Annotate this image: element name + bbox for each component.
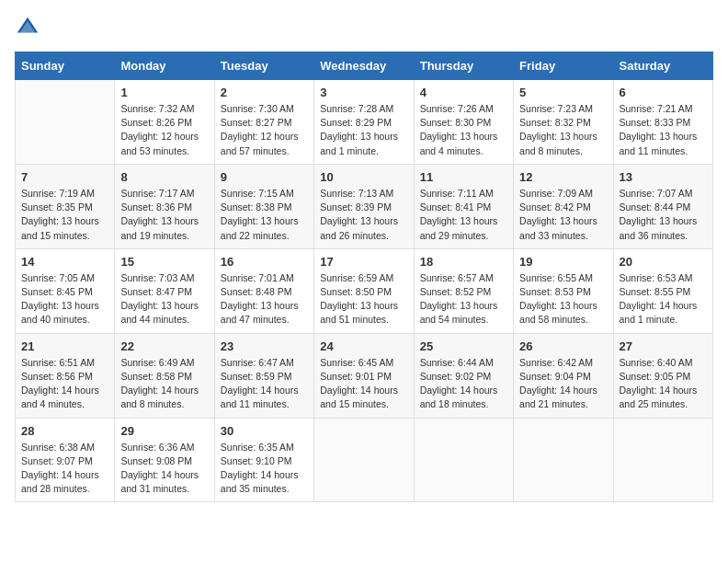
day-number: 12 <box>519 170 607 184</box>
day-info: Sunrise: 7:05 AM Sunset: 8:45 PM Dayligh… <box>21 271 108 327</box>
day-info: Sunrise: 6:59 AM Sunset: 8:50 PM Dayligh… <box>320 271 407 327</box>
day-number: 1 <box>120 86 208 99</box>
logo-icon <box>15 15 40 40</box>
calendar-cell: 30Sunrise: 6:35 AM Sunset: 9:10 PM Dayli… <box>214 418 313 502</box>
day-number: 30 <box>221 424 308 438</box>
calendar-week-row: 1Sunrise: 7:32 AM Sunset: 8:26 PM Daylig… <box>16 80 713 165</box>
day-number: 13 <box>620 170 707 184</box>
day-number: 26 <box>519 339 607 353</box>
calendar-cell: 5Sunrise: 7:23 AM Sunset: 8:32 PM Daylig… <box>514 80 613 165</box>
calendar-cell: 9Sunrise: 7:15 AM Sunset: 8:38 PM Daylig… <box>214 164 313 248</box>
day-number: 23 <box>221 339 308 353</box>
calendar-cell <box>314 418 414 502</box>
calendar-week-row: 7Sunrise: 7:19 AM Sunset: 8:35 PM Daylig… <box>16 164 713 248</box>
day-info: Sunrise: 7:01 AM Sunset: 8:48 PM Dayligh… <box>221 271 308 327</box>
day-number: 7 <box>21 170 108 184</box>
calendar-cell <box>414 418 513 502</box>
calendar-cell: 7Sunrise: 7:19 AM Sunset: 8:35 PM Daylig… <box>16 164 115 248</box>
day-info: Sunrise: 6:44 AM Sunset: 9:02 PM Dayligh… <box>420 356 507 412</box>
day-number: 3 <box>320 86 407 99</box>
day-number: 15 <box>120 255 208 269</box>
calendar-cell: 23Sunrise: 6:47 AM Sunset: 8:59 PM Dayli… <box>214 333 313 418</box>
day-number: 22 <box>120 339 208 353</box>
day-info: Sunrise: 7:23 AM Sunset: 8:32 PM Dayligh… <box>519 102 607 158</box>
calendar-cell <box>613 418 712 502</box>
day-info: Sunrise: 7:19 AM Sunset: 8:35 PM Dayligh… <box>21 187 108 243</box>
day-number: 19 <box>519 255 607 269</box>
page-header <box>15 15 713 40</box>
day-number: 16 <box>221 255 308 269</box>
calendar-cell <box>16 80 115 165</box>
day-info: Sunrise: 6:40 AM Sunset: 9:05 PM Dayligh… <box>620 356 707 412</box>
weekday-header-sunday: Sunday <box>16 52 115 80</box>
weekday-header-monday: Monday <box>115 52 214 80</box>
calendar-cell: 25Sunrise: 6:44 AM Sunset: 9:02 PM Dayli… <box>414 333 513 418</box>
day-info: Sunrise: 6:35 AM Sunset: 9:10 PM Dayligh… <box>221 441 308 497</box>
day-info: Sunrise: 7:09 AM Sunset: 8:42 PM Dayligh… <box>519 187 607 243</box>
calendar-cell: 10Sunrise: 7:13 AM Sunset: 8:39 PM Dayli… <box>314 164 414 248</box>
calendar-cell <box>514 418 613 502</box>
day-number: 11 <box>420 170 507 184</box>
day-info: Sunrise: 7:26 AM Sunset: 8:30 PM Dayligh… <box>420 102 507 158</box>
day-info: Sunrise: 7:03 AM Sunset: 8:47 PM Dayligh… <box>120 271 208 327</box>
day-number: 18 <box>420 255 507 269</box>
calendar-cell: 26Sunrise: 6:42 AM Sunset: 9:04 PM Dayli… <box>514 333 613 418</box>
calendar-cell: 1Sunrise: 7:32 AM Sunset: 8:26 PM Daylig… <box>115 80 214 165</box>
day-number: 6 <box>620 86 707 99</box>
weekday-header-saturday: Saturday <box>613 52 712 80</box>
day-info: Sunrise: 7:17 AM Sunset: 8:36 PM Dayligh… <box>120 187 208 243</box>
calendar-cell: 12Sunrise: 7:09 AM Sunset: 8:42 PM Dayli… <box>514 164 613 248</box>
day-info: Sunrise: 6:38 AM Sunset: 9:07 PM Dayligh… <box>21 441 108 497</box>
day-info: Sunrise: 6:53 AM Sunset: 8:55 PM Dayligh… <box>620 271 707 327</box>
day-number: 17 <box>320 255 407 269</box>
calendar-cell: 8Sunrise: 7:17 AM Sunset: 8:36 PM Daylig… <box>115 164 214 248</box>
calendar-table: SundayMondayTuesdayWednesdayThursdayFrid… <box>15 52 713 502</box>
calendar-cell: 4Sunrise: 7:26 AM Sunset: 8:30 PM Daylig… <box>414 80 513 165</box>
day-info: Sunrise: 7:07 AM Sunset: 8:44 PM Dayligh… <box>620 187 707 243</box>
calendar-cell: 6Sunrise: 7:21 AM Sunset: 8:33 PM Daylig… <box>613 80 712 165</box>
day-number: 20 <box>620 255 707 269</box>
day-number: 10 <box>320 170 407 184</box>
weekday-header-tuesday: Tuesday <box>214 52 313 80</box>
day-info: Sunrise: 7:21 AM Sunset: 8:33 PM Dayligh… <box>620 102 707 158</box>
calendar-cell: 24Sunrise: 6:45 AM Sunset: 9:01 PM Dayli… <box>314 333 414 418</box>
weekday-header-thursday: Thursday <box>414 52 513 80</box>
calendar-week-row: 21Sunrise: 6:51 AM Sunset: 8:56 PM Dayli… <box>16 333 713 418</box>
calendar-cell: 22Sunrise: 6:49 AM Sunset: 8:58 PM Dayli… <box>115 333 214 418</box>
day-number: 28 <box>21 424 108 438</box>
day-info: Sunrise: 7:13 AM Sunset: 8:39 PM Dayligh… <box>320 187 407 243</box>
calendar-cell: 16Sunrise: 7:01 AM Sunset: 8:48 PM Dayli… <box>214 248 313 333</box>
calendar-cell: 11Sunrise: 7:11 AM Sunset: 8:41 PM Dayli… <box>414 164 513 248</box>
day-number: 2 <box>221 86 308 99</box>
day-info: Sunrise: 7:32 AM Sunset: 8:26 PM Dayligh… <box>120 102 208 158</box>
calendar-cell: 19Sunrise: 6:55 AM Sunset: 8:53 PM Dayli… <box>514 248 613 333</box>
day-info: Sunrise: 6:55 AM Sunset: 8:53 PM Dayligh… <box>519 271 607 327</box>
day-info: Sunrise: 7:11 AM Sunset: 8:41 PM Dayligh… <box>420 187 507 243</box>
day-info: Sunrise: 7:30 AM Sunset: 8:27 PM Dayligh… <box>221 102 308 158</box>
calendar-cell: 27Sunrise: 6:40 AM Sunset: 9:05 PM Dayli… <box>613 333 712 418</box>
calendar-cell: 29Sunrise: 6:36 AM Sunset: 9:08 PM Dayli… <box>115 418 214 502</box>
day-info: Sunrise: 6:51 AM Sunset: 8:56 PM Dayligh… <box>21 356 108 412</box>
logo <box>15 15 44 40</box>
day-number: 14 <box>21 255 108 269</box>
weekday-header-wednesday: Wednesday <box>314 52 414 80</box>
day-info: Sunrise: 6:42 AM Sunset: 9:04 PM Dayligh… <box>519 356 607 412</box>
day-number: 9 <box>221 170 308 184</box>
calendar-week-row: 14Sunrise: 7:05 AM Sunset: 8:45 PM Dayli… <box>16 248 713 333</box>
calendar-cell: 15Sunrise: 7:03 AM Sunset: 8:47 PM Dayli… <box>115 248 214 333</box>
day-number: 21 <box>21 339 108 353</box>
day-info: Sunrise: 7:15 AM Sunset: 8:38 PM Dayligh… <box>221 187 308 243</box>
day-info: Sunrise: 6:36 AM Sunset: 9:08 PM Dayligh… <box>120 441 208 497</box>
day-number: 25 <box>420 339 507 353</box>
day-number: 8 <box>120 170 208 184</box>
day-info: Sunrise: 6:47 AM Sunset: 8:59 PM Dayligh… <box>221 356 308 412</box>
calendar-cell: 20Sunrise: 6:53 AM Sunset: 8:55 PM Dayli… <box>613 248 712 333</box>
day-info: Sunrise: 7:28 AM Sunset: 8:29 PM Dayligh… <box>320 102 407 158</box>
day-info: Sunrise: 6:45 AM Sunset: 9:01 PM Dayligh… <box>320 356 407 412</box>
day-number: 24 <box>320 339 407 353</box>
calendar-cell: 18Sunrise: 6:57 AM Sunset: 8:52 PM Dayli… <box>414 248 513 333</box>
day-number: 29 <box>120 424 208 438</box>
calendar-cell: 17Sunrise: 6:59 AM Sunset: 8:50 PM Dayli… <box>314 248 414 333</box>
calendar-week-row: 28Sunrise: 6:38 AM Sunset: 9:07 PM Dayli… <box>16 418 713 502</box>
day-number: 4 <box>420 86 507 99</box>
